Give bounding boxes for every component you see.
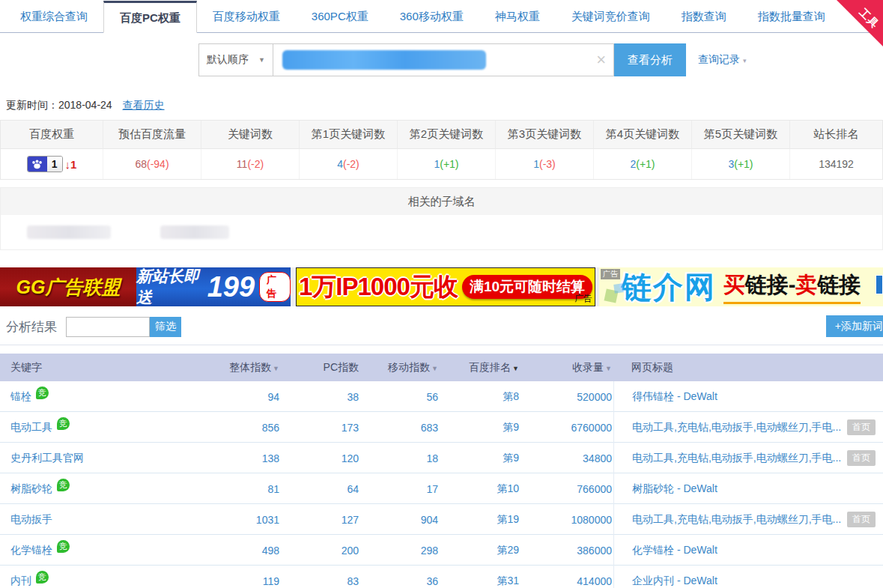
analysis-filter-row: 分析结果 筛选 +添加新词	[6, 315, 883, 338]
bid-badge-icon: 竞	[36, 387, 49, 399]
filter-input[interactable]	[66, 317, 150, 337]
est-traffic-cell: 68(-94)	[103, 149, 201, 179]
add-new-word-button[interactable]: +添加新词	[826, 315, 883, 337]
stats-header: 预估百度流量	[103, 121, 201, 149]
baidu-weight-badge: 1	[27, 156, 63, 172]
ad3-decor-box	[876, 275, 883, 294]
page-title-cell: 电动工具,充电钻,电动扳手,电动螺丝刀,手电... 首页	[613, 504, 883, 535]
sort-caret-icon[interactable]: ▼	[431, 365, 438, 372]
bid-badge-icon: 竞	[57, 479, 70, 491]
filter-button[interactable]: 筛选	[150, 317, 181, 337]
sort-caret-icon[interactable]: ▼	[273, 365, 279, 372]
ad3-brand: 链介网	[622, 267, 716, 306]
order-dropdown[interactable]: 默认顺序 ▼	[198, 43, 273, 76]
tab-keyword-bid-query[interactable]: 关键词竞价查询	[556, 1, 666, 32]
redacted-subdomain-link[interactable]	[160, 225, 229, 239]
mobile-index-value: 298	[360, 545, 440, 557]
keyword-link[interactable]: 化学锚栓	[10, 544, 52, 557]
mobile-index-value: 904	[360, 514, 440, 526]
ad3-ad-tag: 广告	[601, 269, 620, 279]
keyword-cell: 电动工具 竞	[0, 421, 225, 434]
query-history-link[interactable]: 查询记录 ▾	[698, 53, 746, 67]
pc-index-value: 127	[281, 514, 360, 526]
table-row: 锚栓 竞 94 38 56 第8 520000 得伟锚栓 - DeWalt 首页	[0, 381, 883, 412]
tab-baidu-pc-weight[interactable]: 百度PC权重	[103, 1, 197, 33]
overall-index-value: 1031	[225, 514, 281, 526]
tab-360-mobile-weight[interactable]: 360移动权重	[384, 1, 479, 32]
tab-index-batch-query[interactable]: 指数批量查询	[742, 1, 841, 32]
page-title-link[interactable]: 企业内刊 - DeWalt	[632, 575, 882, 588]
redacted-subdomain-link[interactable]	[27, 225, 111, 239]
chevron-down-icon: ▾	[743, 57, 747, 64]
page5-keywords-cell: 3(+1)	[692, 149, 790, 179]
tab-weight-overview[interactable]: 权重综合查询	[4, 1, 103, 32]
stats-header: 第4页关键词数	[594, 121, 692, 149]
pc-index-value: 173	[281, 422, 360, 434]
page-title-link[interactable]: 得伟锚栓 - DeWalt	[632, 390, 882, 404]
baidu-rank-value: 第31	[440, 575, 524, 588]
mobile-index-value: 36	[360, 575, 440, 587]
tab-baidu-mobile-weight[interactable]: 百度移动权重	[197, 1, 296, 32]
analyze-button[interactable]: 查看分析	[614, 43, 686, 76]
col-header-baidu-rank[interactable]: 百度排名▼	[440, 361, 524, 375]
col-header-mobile-index[interactable]: 移动指数▼	[360, 361, 440, 375]
ad-banner-gg-alliance[interactable]: GG广告联盟 新站长即送 199 广告	[0, 267, 291, 306]
bid-badge-icon: 竞	[36, 571, 49, 584]
search-bar: 默认顺序 ▼ × 查看分析 查询记录 ▾	[198, 43, 883, 76]
sort-caret-icon[interactable]: ▼	[605, 365, 612, 372]
domain-input[interactable]: ×	[273, 43, 614, 76]
sort-caret-icon[interactable]: ▼	[512, 365, 519, 372]
weight-stats-table: 百度权重 预估百度流量 关键词数 第1页关键词数 第2页关键词数 第3页关键词数…	[0, 120, 883, 180]
page-title-cell: 化学锚栓 - DeWalt 首页	[613, 535, 883, 566]
pc-index-value: 64	[281, 483, 360, 495]
homepage-badge: 首页	[847, 450, 876, 466]
overall-index-value: 94	[225, 391, 281, 403]
stats-header: 第3页关键词数	[496, 121, 594, 149]
baidu-rank-value: 第19	[440, 513, 524, 527]
mobile-index-value: 683	[360, 422, 440, 434]
homepage-badge: 首页	[847, 512, 876, 527]
page-title-link[interactable]: 化学锚栓 - DeWalt	[632, 544, 882, 557]
stats-header: 第5页关键词数	[692, 121, 790, 149]
keyword-link[interactable]: 电动扳手	[10, 513, 52, 527]
indexed-count-value: 386000	[524, 545, 613, 557]
baidu-rank-value: 第8	[440, 390, 524, 404]
table-row: 树脂砂轮 竞 81 64 17 第10 766000 树脂砂轮 - DeWalt…	[0, 473, 883, 504]
baidu-rank-value: 第29	[440, 544, 524, 557]
ad2-settle-pill: 满10元可随时结算	[462, 275, 592, 299]
table-row: 电动工具 竞 856 173 683 第9 6760000 电动工具,充电钻,电…	[0, 412, 883, 443]
page-title-link[interactable]: 电动工具,充电钻,电动扳手,电动螺丝刀,手电...	[632, 421, 843, 434]
order-dropdown-label: 默认顺序	[207, 53, 249, 67]
tab-360-pc-weight[interactable]: 360PC权重	[296, 1, 384, 32]
keyword-count-cell: 11(-2)	[201, 149, 300, 179]
baidu-weight-cell: 1 ↓1	[1, 149, 103, 179]
keyword-link[interactable]: 内刊	[10, 575, 31, 588]
tab-index-query[interactable]: 指数查询	[666, 1, 742, 32]
page-title-link[interactable]: 树脂砂轮 - DeWalt	[632, 482, 882, 496]
stats-header: 第2页关键词数	[398, 121, 496, 149]
page-title-link[interactable]: 电动工具,充电钻,电动扳手,电动螺丝刀,手电...	[632, 452, 843, 465]
col-header-overall-index[interactable]: 整体指数▼	[225, 361, 281, 375]
clear-icon[interactable]: ×	[596, 52, 606, 68]
baidu-rank-value: 第9	[440, 452, 524, 465]
ad-banner-ip-buy[interactable]: 1万IP1000元收 满10元可随时结算 广告	[296, 267, 595, 306]
keyword-link[interactable]: 锚栓	[10, 390, 31, 404]
indexed-count-value: 6760000	[524, 422, 613, 434]
col-header-keyword: 关键字	[0, 361, 225, 375]
keyword-link[interactable]: 电动工具	[10, 421, 52, 434]
tab-shenma-weight[interactable]: 神马权重	[479, 1, 556, 32]
bid-badge-icon: 竞	[57, 417, 70, 430]
ad2-ad-tag: 广告	[574, 292, 592, 305]
ad1-offer-panel: 新站长即送 199 广告	[136, 267, 291, 306]
related-subdomains-panel: 相关的子域名	[0, 187, 883, 250]
indexed-count-value: 414000	[524, 575, 613, 587]
keyword-link[interactable]: 史丹利工具官网	[10, 452, 84, 465]
pc-index-value: 120	[281, 452, 360, 464]
view-history-link[interactable]: 查看历史	[123, 99, 165, 111]
keyword-link[interactable]: 树脂砂轮	[10, 482, 52, 496]
subdomains-list	[1, 215, 882, 249]
ad-banner-link-market[interactable]: 广告 链介网 买链接-卖链接	[599, 267, 883, 306]
col-header-indexed[interactable]: 收录量▼	[524, 361, 613, 375]
overall-index-value: 81	[225, 483, 281, 495]
page-title-link[interactable]: 电动工具,充电钻,电动扳手,电动螺丝刀,手电...	[632, 513, 843, 527]
